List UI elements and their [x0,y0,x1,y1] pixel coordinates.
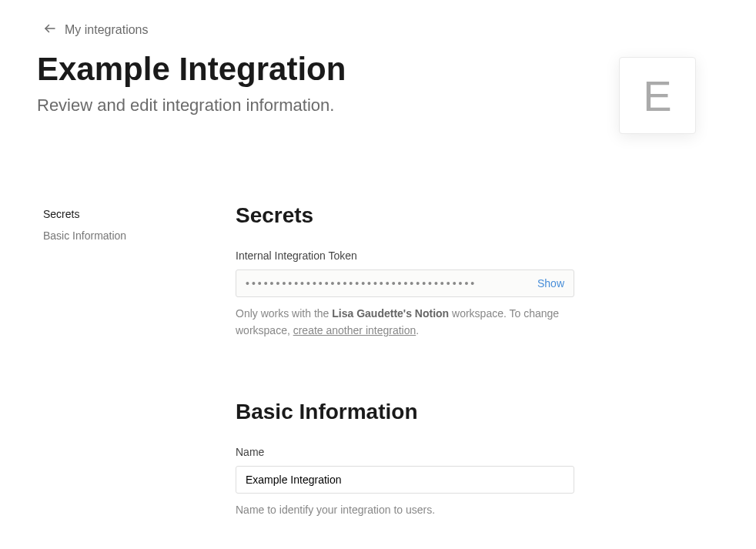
sidebar-item-basic-information[interactable]: Basic Information [43,225,205,246]
basic-info-title: Basic Information [236,400,574,424]
token-masked-value: •••••••••••••••••••••••••••••••••••••• [246,277,530,290]
integration-avatar: E [619,57,696,134]
name-help-text: Name to identify your integration to use… [236,501,574,518]
create-another-integration-link[interactable]: create another integration [293,324,416,336]
page-subtitle: Review and edit integration information. [37,95,619,115]
secrets-section: Secrets Internal Integration Token •••••… [236,203,574,340]
name-label: Name [236,446,574,458]
sidebar-item-secrets[interactable]: Secrets [43,203,205,225]
sidebar: Secrets Basic Information [43,203,205,549]
token-label: Internal Integration Token [236,249,574,262]
token-field: •••••••••••••••••••••••••••••••••••••• S… [236,269,574,297]
show-token-button[interactable]: Show [537,277,564,290]
token-help-text: Only works with the Lisa Gaudette's Noti… [236,305,574,340]
token-help-workspace: Lisa Gaudette's Notion [332,307,449,320]
token-help-suffix: . [416,324,419,336]
secrets-title: Secrets [236,203,574,228]
basic-info-section: Basic Information Name Name to identify … [236,400,574,518]
back-link[interactable]: My integrations [43,22,719,38]
name-input[interactable] [236,466,574,494]
token-help-prefix: Only works with the [236,307,332,320]
back-arrow-icon [43,22,57,38]
back-link-label: My integrations [65,23,149,37]
page-title: Example Integration [37,51,619,88]
